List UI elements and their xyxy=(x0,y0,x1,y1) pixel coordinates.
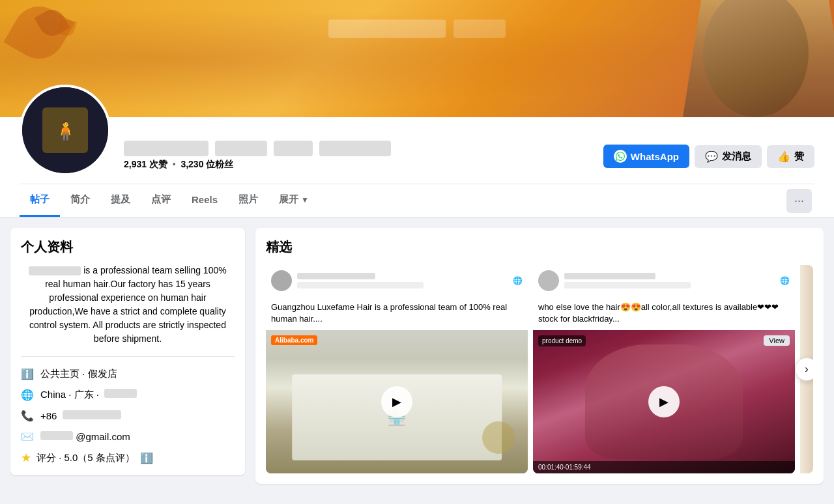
video-time-2: 00:01:40·01:59:44 xyxy=(538,464,591,471)
tab-photos[interactable]: 照片 xyxy=(228,184,268,217)
rating-row: ★ 评分 · 5.0（5 条点评） ℹ️ xyxy=(21,451,235,465)
name-blur-1 xyxy=(124,141,208,156)
likes-label: 次赞 xyxy=(149,159,167,169)
next-button[interactable]: › xyxy=(795,357,813,381)
likes-count: 2,931 xyxy=(124,159,147,169)
video-bar-2: 00:01:40·01:59:44 xyxy=(533,461,795,473)
phone-detail: 📞 +86 xyxy=(21,409,235,422)
tab-more[interactable]: 展开 ▼ xyxy=(268,184,319,217)
bio-blur xyxy=(29,266,81,275)
tab-reels[interactable]: Reels xyxy=(181,185,228,216)
email-icon: ✉️ xyxy=(21,430,34,443)
featured-item-1: 🌐 Guangzhou Luxefame Hair is a professio… xyxy=(266,265,528,473)
cover-photo xyxy=(0,0,834,117)
location-blur xyxy=(104,389,137,398)
phone-text: +86 xyxy=(40,410,121,421)
featured-thumbnail-2[interactable]: product demo View 00:01:40·01:59:44 ▶ xyxy=(533,330,795,473)
alibaba-badge: Alibaba.com xyxy=(271,335,317,345)
name-blur-3 xyxy=(274,141,313,156)
followers-label: 位粉丝 xyxy=(206,159,233,169)
main-content: 个人资料 is a professional team selling 100%… xyxy=(0,217,834,496)
tab-about[interactable]: 简介 xyxy=(60,184,100,217)
page-type-text: 公共主页 · 假发店 xyxy=(40,368,117,380)
phone-blur xyxy=(63,410,121,419)
message-button[interactable]: 💬 发消息 xyxy=(695,145,762,168)
profile-actions: WhatsApp 💬 发消息 👍 赞 xyxy=(603,145,814,176)
message-label: 发消息 xyxy=(722,150,751,163)
tab-posts[interactable]: 帖子 xyxy=(20,184,60,217)
profile-bio: is a professional team selling 100% real… xyxy=(21,264,235,357)
like-label: 赞 xyxy=(794,150,804,163)
video-play-button-1[interactable]: ▶ xyxy=(381,386,412,417)
profile-stats: 2,931 次赞 • 3,230 位粉丝 xyxy=(124,159,590,171)
left-panel: 个人资料 is a professional team selling 100%… xyxy=(10,228,245,486)
bio-text: is a professional team selling 100% real… xyxy=(29,265,227,344)
globe-icon-2: 🌐 xyxy=(780,276,790,285)
whatsapp-icon xyxy=(614,150,627,163)
more-options-button[interactable]: ··· xyxy=(786,189,812,213)
profile-section: 🧍 2,931 次赞 • 3,230 位粉丝 xyxy=(0,117,834,217)
email-blur xyxy=(40,431,73,440)
name-blur-4 xyxy=(319,141,391,156)
info-icon: ℹ️ xyxy=(21,367,34,380)
featured-caption-1: Guangzhou Luxefame Hair is a professiona… xyxy=(266,296,528,330)
message-icon: 💬 xyxy=(705,150,718,163)
featured-name-blur-2 xyxy=(564,273,655,279)
featured-header-text-2 xyxy=(564,273,775,288)
tab-reviews[interactable]: 点评 xyxy=(141,184,181,217)
featured-item-1-header: 🌐 xyxy=(266,265,528,296)
rating-text: 评分 · 5.0（5 条点评） xyxy=(36,452,135,464)
globe-icon-1: 🌐 xyxy=(513,276,523,285)
location-icon: 🌐 xyxy=(21,388,34,401)
email-detail: ✉️ @gmail.com xyxy=(21,430,235,443)
star-icon: ★ xyxy=(21,451,31,465)
phone-icon: 📞 xyxy=(21,409,34,422)
avatar: 🧍 xyxy=(20,85,111,176)
featured-sub-blur-2 xyxy=(564,282,691,288)
featured-thumbnail-1[interactable]: 🏪 Alibaba.com ▶ xyxy=(266,330,528,473)
featured-item-2: 🌐 who else love the hair😍😍all color,all … xyxy=(533,265,795,473)
profile-name-row xyxy=(124,141,590,156)
featured-title: 精选 xyxy=(266,238,813,256)
product-demo-label: product demo xyxy=(538,335,586,346)
whatsapp-button[interactable]: WhatsApp xyxy=(603,145,689,168)
chevron-down-icon: ▼ xyxy=(301,195,309,204)
thumbs-up-icon: 👍 xyxy=(777,150,790,163)
featured-avatar-2 xyxy=(538,270,559,291)
name-blur-2 xyxy=(215,141,267,156)
about-card: 个人资料 is a professional team selling 100%… xyxy=(10,228,245,475)
featured-card: 精选 🌐 Guangzhou Luxefame Hair is a profes… xyxy=(255,228,824,484)
page-type-detail: ℹ️ 公共主页 · 假发店 xyxy=(21,367,235,380)
tab-mentions[interactable]: 提及 xyxy=(100,184,141,217)
featured-item-2-header: 🌐 xyxy=(533,265,795,296)
followers-count: 3,230 xyxy=(180,159,203,169)
featured-grid: 🌐 Guangzhou Luxefame Hair is a professio… xyxy=(266,265,813,473)
like-button[interactable]: 👍 赞 xyxy=(767,145,814,168)
location-text: China · 广东 · xyxy=(40,389,137,401)
whatsapp-label: WhatsApp xyxy=(631,151,679,162)
about-title: 个人资料 xyxy=(21,238,235,256)
featured-avatar-1 xyxy=(271,270,292,291)
featured-name-blur-1 xyxy=(297,273,375,279)
video-play-button-2[interactable]: ▶ xyxy=(648,386,680,417)
rating-info-icon[interactable]: ℹ️ xyxy=(140,452,153,464)
featured-caption-2: who else love the hair😍😍all color,all te… xyxy=(533,296,795,330)
featured-header-text-1 xyxy=(297,273,508,288)
location-detail: 🌐 China · 广东 · xyxy=(21,388,235,401)
profile-info: 2,931 次赞 • 3,230 位粉丝 xyxy=(111,141,603,176)
profile-nav: 帖子 简介 提及 点评 Reels 照片 展开 ▼ ··· xyxy=(20,184,814,217)
featured-sub-blur-1 xyxy=(297,282,424,288)
view-button[interactable]: View xyxy=(764,335,790,346)
right-panel: 精选 🌐 Guangzhou Luxefame Hair is a profes… xyxy=(255,228,824,486)
email-text: @gmail.com xyxy=(40,431,130,442)
